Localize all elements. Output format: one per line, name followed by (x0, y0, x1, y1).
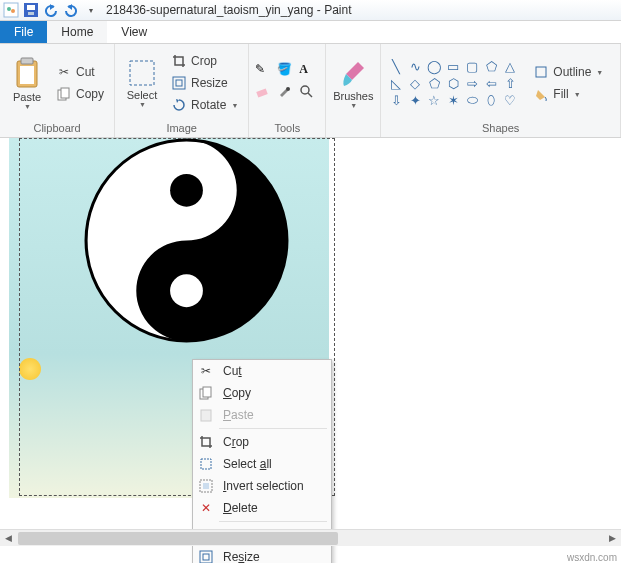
rotate-button[interactable]: Rotate▼ (167, 95, 242, 115)
shape-line-icon[interactable]: ╲ (387, 58, 405, 74)
svg-rect-0 (4, 3, 18, 17)
shape-callout-icon[interactable]: ⬭ (463, 92, 481, 108)
svg-rect-25 (201, 459, 211, 469)
shape-arrow-d-icon[interactable]: ⇩ (387, 92, 405, 108)
svg-rect-24 (201, 410, 211, 421)
ctx-select-all[interactable]: Select all (193, 453, 331, 475)
svg-rect-7 (21, 58, 33, 64)
shape-roundrect-icon[interactable]: ▢ (463, 58, 481, 74)
shape-diamond-icon[interactable]: ◇ (406, 75, 424, 91)
scrollbar-thumb[interactable] (18, 532, 338, 545)
text-icon[interactable]: A (299, 62, 319, 82)
scissors-icon: ✂ (56, 64, 72, 80)
separator (219, 521, 327, 522)
svg-line-17 (308, 93, 312, 97)
svg-point-1 (7, 7, 11, 11)
shape-hexagon-icon[interactable]: ⬡ (444, 75, 462, 91)
shape-polygon-icon[interactable]: ⬠ (482, 58, 500, 74)
resize-button[interactable]: Resize (167, 73, 242, 93)
select-icon (128, 59, 156, 87)
svg-rect-27 (203, 483, 209, 489)
ctx-crop[interactable]: Crop (193, 431, 331, 453)
shape-star4-icon[interactable]: ✦ (406, 92, 424, 108)
shape-pentagon-icon[interactable]: ⬠ (425, 75, 443, 91)
save-icon[interactable] (22, 1, 40, 19)
horizontal-scrollbar[interactable]: ◀ ▶ (0, 529, 621, 546)
shapes-gallery[interactable]: ╲∿◯▭▢⬠△ ◺◇⬠⬡⇨⇦⇧ ⇩✦☆✶⬭⬯♡ (387, 58, 519, 108)
shape-callout2-icon[interactable]: ⬯ (482, 92, 500, 108)
shape-heart-icon[interactable]: ♡ (501, 92, 519, 108)
shape-rect-icon[interactable]: ▭ (444, 58, 462, 74)
shape-arrow-u-icon[interactable]: ⇧ (501, 75, 519, 91)
clipboard-icon (13, 57, 41, 89)
svg-rect-8 (20, 66, 34, 84)
ctx-delete[interactable]: ✕Delete (193, 497, 331, 519)
paste-button[interactable]: Paste▼ (6, 50, 48, 116)
shape-rtriangle-icon[interactable]: ◺ (387, 75, 405, 91)
rotate-icon (171, 97, 187, 113)
app-icon (2, 1, 20, 19)
svg-rect-28 (200, 551, 212, 563)
outline-button[interactable]: Outline▼ (529, 62, 607, 82)
group-clipboard: Paste▼ ✂Cut Copy Clipboard (0, 44, 115, 137)
copy-button[interactable]: Copy (52, 84, 108, 104)
svg-point-2 (11, 9, 15, 13)
svg-rect-5 (28, 12, 34, 15)
brushes-button[interactable]: Brushes▼ (332, 50, 374, 116)
svg-rect-29 (203, 554, 209, 560)
shape-star5-icon[interactable]: ☆ (425, 92, 443, 108)
group-shapes: ╲∿◯▭▢⬠△ ◺◇⬠⬡⇨⇦⇧ ⇩✦☆✶⬭⬯♡ Outline▼ Fill▼ S… (381, 44, 621, 137)
fill-icon (533, 86, 549, 102)
select-button[interactable]: Select▼ (121, 50, 163, 116)
magnifier-icon[interactable] (299, 84, 319, 104)
invert-selection-icon (197, 479, 215, 493)
svg-point-15 (286, 87, 290, 91)
svg-rect-12 (173, 77, 185, 89)
shape-arrow-r-icon[interactable]: ⇨ (463, 75, 481, 91)
fill-button[interactable]: Fill▼ (529, 84, 607, 104)
svg-rect-11 (130, 61, 154, 85)
separator (219, 428, 327, 429)
scroll-left-icon[interactable]: ◀ (0, 530, 17, 547)
undo-icon[interactable] (42, 1, 60, 19)
crop-icon (197, 435, 215, 449)
tab-file[interactable]: File (0, 21, 47, 43)
shape-oval-icon[interactable]: ◯ (425, 58, 443, 74)
tab-view[interactable]: View (107, 21, 161, 43)
select-all-icon (197, 457, 215, 471)
crop-icon (171, 53, 187, 69)
shape-arrow-l-icon[interactable]: ⇦ (482, 75, 500, 91)
ctx-resize[interactable]: Resize (193, 546, 331, 563)
scissors-icon: ✂ (197, 364, 215, 378)
title-bar: ▾ 218436-supernatural_taoism_yin_yang - … (0, 0, 621, 21)
group-image: Select▼ Crop Resize Rotate▼ Image (115, 44, 249, 137)
ctx-paste: Paste (193, 404, 331, 426)
scroll-right-icon[interactable]: ▶ (604, 530, 621, 547)
paste-icon (197, 408, 215, 422)
svg-rect-10 (61, 88, 69, 98)
shape-star6-icon[interactable]: ✶ (444, 92, 462, 108)
shape-triangle-icon[interactable]: △ (501, 58, 519, 74)
ribbon-tabs: File Home View (0, 21, 621, 44)
crop-button[interactable]: Crop (167, 51, 242, 71)
tab-home[interactable]: Home (47, 21, 107, 43)
cut-button[interactable]: ✂Cut (52, 62, 108, 82)
ctx-invert-selection[interactable]: Invert selection (193, 475, 331, 497)
watermark: wsxdn.com (567, 552, 617, 563)
color-picker-icon[interactable] (277, 84, 297, 104)
pencil-icon[interactable]: ✎ (255, 62, 275, 82)
shape-curve-icon[interactable]: ∿ (406, 58, 424, 74)
bucket-icon[interactable]: 🪣 (277, 62, 297, 82)
eraser-icon[interactable] (255, 84, 275, 104)
ribbon: Paste▼ ✂Cut Copy Clipboard Select▼ Crop … (0, 44, 621, 138)
redo-icon[interactable] (62, 1, 80, 19)
group-brushes: Brushes▼ (326, 44, 381, 137)
canvas-area: ✂Cut Copy Paste Crop Select all Invert s… (0, 138, 621, 543)
resize-icon (171, 75, 187, 91)
copy-icon (56, 86, 72, 102)
qat-dropdown-icon[interactable]: ▾ (82, 1, 100, 19)
svg-rect-13 (176, 80, 182, 86)
ctx-copy[interactable]: Copy (193, 382, 331, 404)
quick-access-toolbar: ▾ (2, 1, 100, 19)
ctx-cut[interactable]: ✂Cut (193, 360, 331, 382)
